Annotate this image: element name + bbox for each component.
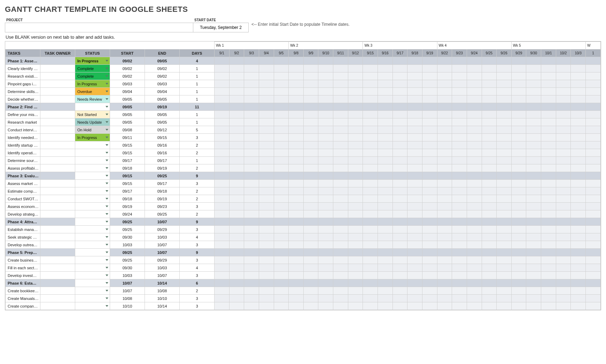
end-cell[interactable]: 10/08	[145, 287, 180, 295]
end-cell[interactable]: 09/18	[145, 187, 180, 195]
start-cell[interactable]: 09/02	[110, 65, 145, 72]
task-cell[interactable]: Create business plan outline	[6, 256, 40, 264]
phase-row[interactable]: Phase 5: Prepare and Pitch Business Plan…	[6, 249, 601, 256]
days-cell[interactable]: 3	[180, 134, 215, 141]
end-cell[interactable]: 09/16	[145, 141, 180, 149]
end-cell[interactable]: 09/19	[145, 164, 180, 172]
days-cell[interactable]: 6	[180, 279, 215, 287]
task-cell[interactable]: Develop outreach plan	[6, 241, 40, 249]
days-cell[interactable]: 11	[180, 103, 215, 111]
status-cell[interactable]: In Progress	[75, 80, 110, 88]
task-cell[interactable]: Estimate competition	[6, 187, 40, 195]
start-cell[interactable]: 09/17	[110, 187, 145, 195]
chevron-down-icon[interactable]	[106, 305, 108, 307]
owner-cell[interactable]	[40, 141, 75, 149]
start-cell[interactable]: 09/19	[110, 203, 145, 210]
start-cell[interactable]: 09/24	[110, 210, 145, 218]
start-cell[interactable]: 09/17	[110, 157, 145, 164]
owner-cell[interactable]	[40, 134, 75, 141]
task-cell[interactable]: Identify needed resources	[6, 134, 40, 141]
task-row[interactable]: Develop investor pitch deck10/0310/073	[6, 272, 601, 279]
task-cell[interactable]: Create bookkeeping systems	[6, 287, 40, 295]
start-cell[interactable]: 10/03	[110, 272, 145, 279]
end-cell[interactable]: 09/17	[145, 157, 180, 164]
start-cell[interactable]: 09/15	[110, 180, 145, 187]
end-cell[interactable]: 10/03	[145, 233, 180, 241]
owner-cell[interactable]	[40, 172, 75, 180]
days-cell[interactable]: 4	[180, 233, 215, 241]
chevron-down-icon[interactable]	[106, 114, 108, 115]
end-cell[interactable]: 10/07	[145, 272, 180, 279]
chevron-down-icon[interactable]	[106, 236, 108, 238]
chevron-down-icon[interactable]	[106, 267, 108, 269]
chevron-down-icon[interactable]	[106, 106, 108, 108]
start-cell[interactable]: 09/15	[110, 172, 145, 180]
task-row[interactable]: Define your missionNot Started09/0509/05…	[6, 111, 601, 118]
start-cell[interactable]: 09/30	[110, 264, 145, 272]
end-cell[interactable]: 09/16	[145, 149, 180, 157]
task-row[interactable]: Assess profitability09/1809/192	[6, 164, 601, 172]
status-cell[interactable]	[75, 172, 110, 180]
task-row[interactable]: Decide whether to proceedNeeds Review09/…	[6, 95, 601, 103]
owner-cell[interactable]	[40, 149, 75, 157]
chevron-down-icon[interactable]	[106, 129, 108, 131]
task-cell[interactable]: Conduct interviews with stakeholders and…	[6, 126, 40, 134]
status-cell[interactable]	[75, 272, 110, 279]
end-cell[interactable]: 09/02	[145, 72, 180, 80]
end-cell[interactable]: 09/29	[145, 256, 180, 264]
chevron-down-icon[interactable]	[106, 160, 108, 161]
status-cell[interactable]: Needs Review	[75, 95, 110, 103]
task-row[interactable]: Identify needed resourcesIn Progress09/1…	[6, 134, 601, 141]
days-cell[interactable]: 2	[180, 210, 215, 218]
phase-row[interactable]: Phase 3: Evaluate Potential Risks09/1509…	[6, 172, 601, 180]
task-row[interactable]: Develop strategic plan09/2409/252	[6, 210, 601, 218]
start-cell[interactable]: 09/03	[110, 80, 145, 88]
days-cell[interactable]: 2	[180, 287, 215, 295]
end-cell[interactable]: 10/07	[145, 218, 180, 226]
end-cell[interactable]: 10/07	[145, 241, 180, 249]
chevron-down-icon[interactable]	[106, 229, 108, 230]
owner-cell[interactable]	[40, 272, 75, 279]
chevron-down-icon[interactable]	[106, 274, 108, 276]
chevron-down-icon[interactable]	[106, 137, 108, 138]
days-cell[interactable]: 3	[180, 241, 215, 249]
task-row[interactable]: Conduct interviews with stakeholders and…	[6, 126, 601, 134]
chevron-down-icon[interactable]	[106, 144, 108, 146]
task-row[interactable]: Clearly identify the problem and solutio…	[6, 65, 601, 72]
task-cell[interactable]: Assess economic climate	[6, 203, 40, 210]
status-cell[interactable]	[75, 103, 110, 111]
end-cell[interactable]: 10/10	[145, 295, 180, 302]
task-row[interactable]: Create business plan outline09/2509/293	[6, 256, 601, 264]
chevron-down-icon[interactable]	[106, 152, 108, 154]
owner-cell[interactable]	[40, 126, 75, 134]
chevron-down-icon[interactable]	[106, 244, 108, 246]
end-cell[interactable]: 09/05	[145, 95, 180, 103]
owner-cell[interactable]	[40, 103, 75, 111]
status-cell[interactable]	[75, 180, 110, 187]
days-cell[interactable]: 2	[180, 141, 215, 149]
status-cell[interactable]: Complete	[75, 72, 110, 80]
start-cell[interactable]: 10/08	[110, 295, 145, 302]
owner-cell[interactable]	[40, 164, 75, 172]
end-cell[interactable]: 09/05	[145, 57, 180, 65]
task-cell[interactable]: Assess market size	[6, 180, 40, 187]
phase-row[interactable]: Phase 6: Establish Supporting Systems10/…	[6, 279, 601, 287]
task-cell[interactable]: Establish management team	[6, 226, 40, 233]
days-cell[interactable]: 2	[180, 187, 215, 195]
chevron-down-icon[interactable]	[106, 282, 108, 284]
phase-row[interactable]: Phase 4: Attract Stakeholders09/2510/079	[6, 218, 601, 226]
task-cell[interactable]: Fill in each section of business plan	[6, 264, 40, 272]
end-cell[interactable]: 09/05	[145, 118, 180, 126]
owner-cell[interactable]	[40, 264, 75, 272]
task-row[interactable]: Determine skills, equipment, and materia…	[6, 88, 601, 95]
end-cell[interactable]: 09/03	[145, 80, 180, 88]
owner-cell[interactable]	[40, 241, 75, 249]
start-cell[interactable]: 09/04	[110, 88, 145, 95]
owner-cell[interactable]	[40, 233, 75, 241]
status-cell[interactable]	[75, 195, 110, 203]
days-cell[interactable]: 3	[180, 295, 215, 302]
owner-cell[interactable]	[40, 180, 75, 187]
end-cell[interactable]: 10/14	[145, 302, 180, 310]
end-cell[interactable]: 09/05	[145, 111, 180, 118]
start-cell[interactable]: 09/25	[110, 218, 145, 226]
